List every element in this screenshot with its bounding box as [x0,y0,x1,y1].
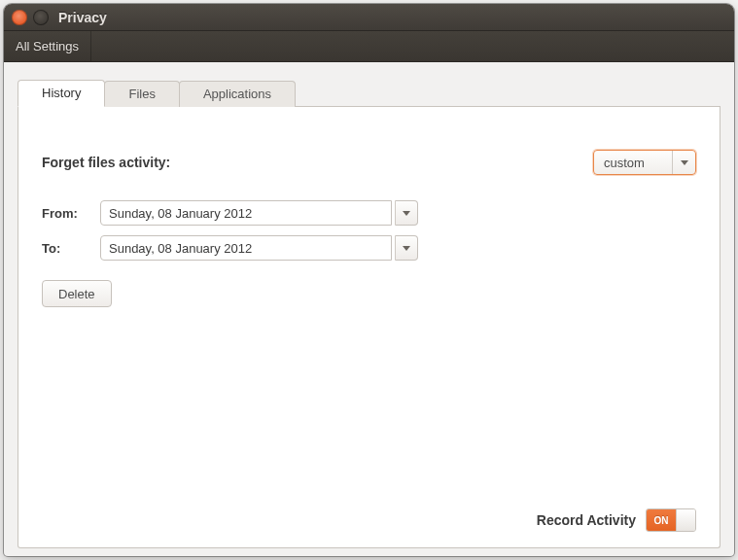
privacy-window: Privacy All Settings History Files Appli… [4,4,734,556]
tab-history[interactable]: History [18,80,105,107]
tab-applications[interactable]: Applications [179,81,296,107]
forget-activity-label: Forget files activity: [42,155,170,170]
chevron-down-icon [672,151,695,174]
tab-files[interactable]: Files [104,81,179,107]
to-date-dropdown-button[interactable] [395,235,418,261]
from-date-value: Sunday, 08 January 2012 [109,206,252,221]
tab-label: Files [128,87,155,101]
switch-knob [676,509,695,531]
delete-label: Delete [58,287,95,301]
close-icon[interactable] [12,10,27,25]
chevron-down-icon [403,211,410,216]
to-date-value: Sunday, 08 January 2012 [109,241,252,256]
delete-button[interactable]: Delete [42,280,112,307]
record-activity-label: Record Activity [537,512,636,528]
from-date-dropdown-button[interactable] [395,200,418,226]
from-label: From: [42,206,96,221]
all-settings-button[interactable]: All Settings [4,31,91,61]
tabstrip: History Files Applications [18,80,720,107]
window-title: Privacy [58,10,107,25]
content-area: History Files Applications Forget files … [4,62,734,556]
toolbar: All Settings [4,31,734,62]
period-select-value: custom [594,156,672,170]
history-panel: Forget files activity: custom From: Sund… [18,107,720,548]
tab-label: History [42,86,81,100]
to-label: To: [42,241,96,256]
panel-footer: Record Activity ON [42,499,696,532]
period-select[interactable]: custom [593,150,696,175]
minimize-icon[interactable] [33,10,49,25]
all-settings-label: All Settings [16,39,79,53]
chevron-down-icon [403,246,410,251]
to-date-field[interactable]: Sunday, 08 January 2012 [100,235,392,261]
date-range-form: From: Sunday, 08 January 2012 To: Sunday… [42,200,696,261]
titlebar: Privacy [4,4,734,31]
record-activity-switch[interactable]: ON [646,508,696,532]
tab-label: Applications [203,87,271,101]
forget-activity-row: Forget files activity: custom [42,150,696,175]
from-date-field[interactable]: Sunday, 08 January 2012 [100,200,392,226]
switch-on-label: ON [647,509,676,531]
